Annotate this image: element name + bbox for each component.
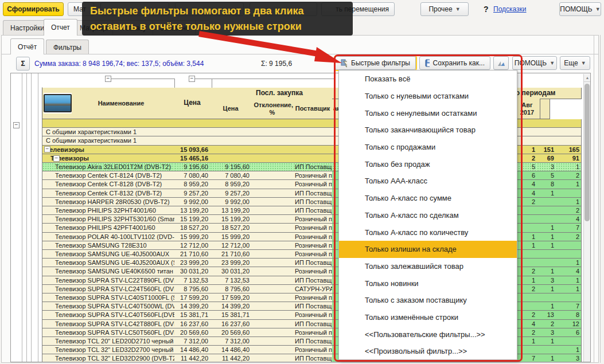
cell-jul-2017[interactable]: 1 — [537, 285, 556, 293]
cell-jul-2017[interactable] — [537, 136, 556, 145]
cell-aug-2017[interactable]: 1 — [556, 259, 582, 267]
row-group-collapse-button[interactable]: − — [44, 146, 50, 152]
cell-jul-2017[interactable] — [537, 215, 556, 224]
scrollbar-thumb[interactable] — [584, 84, 590, 221]
cell-deviation[interactable] — [251, 276, 294, 285]
cell-deviation[interactable] — [251, 311, 294, 319]
cell-supplier[interactable]: ИП Поставщик — [293, 198, 333, 206]
header-lp-price[interactable]: Цена — [210, 99, 252, 119]
cell-aug-2017[interactable] — [556, 128, 582, 136]
cell-last-price[interactable]: 14 399,20 — [210, 302, 252, 311]
cell-name[interactable]: Телевизор TCL 32" LED32D2700 черный ( — [42, 346, 175, 354]
cell-aug-2017[interactable]: 6 — [556, 328, 582, 337]
cell-last-price[interactable] — [210, 119, 252, 128]
cell-price[interactable]: 15 465,16 — [174, 154, 211, 163]
cell-last-price[interactable]: 7 132,53 — [210, 276, 252, 285]
menu-item-16[interactable]: <<Пользовательские фильтры...>> — [339, 326, 517, 343]
cell-supplier[interactable]: Розничный пок — [293, 250, 333, 259]
cell-last-price[interactable]: 23 999,20 — [210, 259, 252, 267]
cell-price[interactable]: 7 080,40 — [174, 171, 211, 180]
cell-last-price[interactable]: 7 080,40 — [210, 171, 252, 180]
cell-name[interactable]: Телевизоры — [42, 154, 175, 163]
cell-name[interactable]: Телевизоры — [42, 146, 175, 154]
cell-price[interactable]: 13 199,20 — [174, 206, 211, 215]
cell-name[interactable]: Телевизор Centek CT-8124 (DVB-T2) — [42, 171, 175, 180]
cell-supplier[interactable]: Розничный пок — [293, 328, 333, 337]
cell-price[interactable]: 12 712,00 — [174, 241, 211, 250]
cell-aug-2017[interactable]: 1 — [556, 346, 582, 354]
cell-aug-2017[interactable]: 165 — [556, 146, 582, 154]
row-group-collapse-button[interactable]: − — [53, 155, 60, 162]
cell-price[interactable]: 8 959,20 — [174, 180, 211, 189]
cell-supplier[interactable]: ИП Поставщик — [293, 206, 333, 215]
cell-last-price[interactable]: 14 486,40 — [210, 346, 252, 354]
subtab-report[interactable]: Отчёт — [10, 38, 44, 54]
header-price[interactable]: Цена — [174, 88, 211, 119]
cell-jul-2017[interactable]: 1 — [537, 354, 556, 362]
menu-item-17[interactable]: <<Произвольный фильтр...>> — [339, 343, 517, 360]
cell-price[interactable]: 15 381,71 — [174, 311, 211, 319]
cell-price[interactable]: 11 442,20 — [174, 354, 211, 362]
cell-price[interactable]: 7 132,53 — [174, 276, 211, 285]
cell-price[interactable]: 18 527,20 — [174, 224, 211, 232]
subtab-filters[interactable]: Фильтры — [46, 40, 89, 54]
cell-price[interactable]: 8 795,60 — [174, 285, 211, 293]
cell-deviation[interactable] — [251, 198, 294, 206]
cell-price[interactable]: 15 093,66 — [174, 146, 211, 154]
cell-aug-2017[interactable]: 3 — [556, 354, 582, 362]
cell-deviation[interactable] — [251, 250, 294, 259]
cell-last-price[interactable]: 17 599,20 — [210, 293, 252, 302]
cell-last-price[interactable]: 15 199,20 — [210, 215, 252, 224]
cell-price[interactable]: 14 486,40 — [174, 346, 211, 354]
cell-deviation[interactable] — [251, 224, 294, 232]
cell-jul-2017[interactable]: 151 — [537, 146, 556, 154]
cell-last-price[interactable]: 9 257,20 — [210, 189, 252, 198]
cell-price[interactable]: 9 992,00 — [174, 198, 211, 206]
cell-aug-2017[interactable]: 91 — [556, 154, 582, 163]
cell-supplier[interactable]: ИП Поставщик — [293, 302, 333, 311]
cell-aug-2017[interactable] — [556, 119, 582, 128]
cell-name[interactable]: Телевизор HARPER 28R0530 (DVB-T2) — [42, 198, 175, 206]
save-as-button[interactable]: Сохранить как... — [419, 56, 490, 70]
cell-deviation[interactable] — [251, 206, 294, 215]
cell-supplier[interactable] — [293, 128, 333, 136]
cell-aug-2017[interactable]: 4 — [556, 215, 582, 224]
cell-deviation[interactable] — [251, 328, 294, 337]
cell-jul-2017[interactable]: 3 — [537, 276, 556, 285]
cell-price[interactable] — [174, 119, 211, 128]
cell-jul-2017[interactable] — [537, 198, 556, 206]
cell-supplier[interactable]: ИП Поставщик — [293, 354, 333, 362]
cell-jul-2017[interactable] — [537, 128, 556, 136]
cell-jul-2017[interactable]: 3 — [537, 328, 556, 337]
cell-jul-2017[interactable]: 1 — [537, 267, 556, 276]
cell-aug-2017[interactable] — [556, 337, 582, 346]
cell-aug-2017[interactable]: 1 — [556, 163, 582, 171]
menu-item-2[interactable]: Только с нулевыми остатками — [339, 88, 517, 105]
menu-item-8[interactable]: Только A-класс по сумме — [339, 190, 517, 207]
cell-jul-2017[interactable]: 13 — [537, 311, 556, 319]
cell-name[interactable]: Телевизор SAMSUNG UE-40J5200AUX (S — [42, 259, 175, 267]
cell-jul-2017[interactable]: 1 — [537, 302, 556, 311]
cell-price[interactable]: 9 257,20 — [174, 189, 211, 198]
cell-deviation[interactable] — [251, 233, 294, 241]
cell-deviation[interactable] — [251, 189, 294, 198]
cell-last-price[interactable] — [210, 154, 252, 163]
cell-supplier[interactable] — [293, 146, 333, 154]
cell-jul-2017[interactable]: 5 — [537, 171, 556, 180]
cell-last-price[interactable]: 13 199,20 — [210, 206, 252, 215]
cell-last-price[interactable]: 12 712,00 — [210, 241, 252, 250]
quick-filters-button[interactable]: Быстрые фильтры — [335, 56, 416, 70]
cell-deviation[interactable] — [251, 171, 294, 180]
cell-deviation[interactable] — [251, 346, 294, 354]
cell-deviation[interactable] — [251, 128, 294, 136]
cell-deviation[interactable] — [251, 146, 294, 154]
cell-name[interactable]: Телевизор SAMSUNG UE-40J5000AUX — [42, 250, 175, 259]
cell-name[interactable]: С общими характеристиками 1 — [42, 136, 175, 145]
cell-supplier[interactable] — [293, 119, 333, 128]
cell-deviation[interactable] — [251, 285, 294, 293]
menu-item-1[interactable]: Показать всё — [339, 71, 517, 88]
cell-supplier[interactable]: ИП Поставщик — [293, 337, 333, 346]
cell-aug-2017[interactable]: 1 — [556, 180, 582, 189]
cell-aug-2017[interactable]: 8 — [556, 311, 582, 319]
cell-deviation[interactable] — [251, 293, 294, 302]
